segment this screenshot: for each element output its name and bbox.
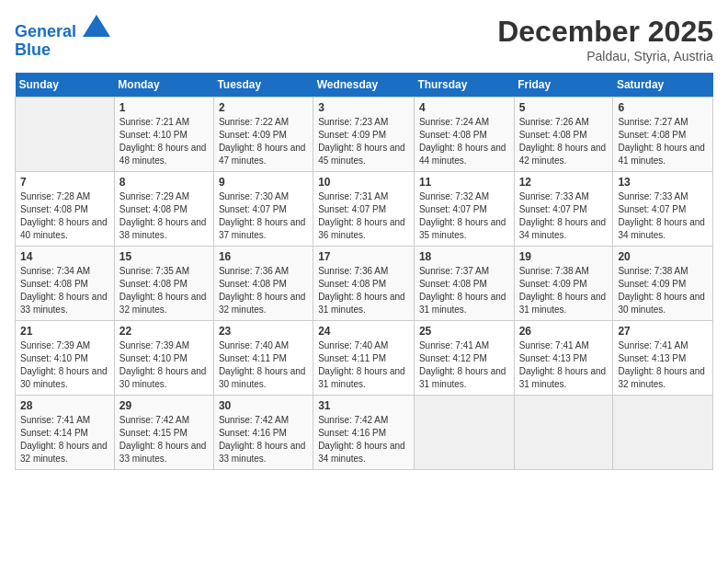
day-info: Sunrise: 7:26 AM Sunset: 4:08 PM Dayligh… bbox=[519, 116, 609, 167]
calendar-cell: 21 Sunrise: 7:39 AM Sunset: 4:10 PM Dayl… bbox=[16, 321, 115, 396]
day-info: Sunrise: 7:38 AM Sunset: 4:09 PM Dayligh… bbox=[519, 265, 609, 316]
day-info: Sunrise: 7:36 AM Sunset: 4:08 PM Dayligh… bbox=[219, 265, 308, 316]
day-info: Sunrise: 7:41 AM Sunset: 4:13 PM Dayligh… bbox=[519, 339, 609, 391]
day-info: Sunrise: 7:23 AM Sunset: 4:09 PM Dayligh… bbox=[318, 116, 409, 167]
day-info: Sunrise: 7:28 AM Sunset: 4:08 PM Dayligh… bbox=[20, 190, 109, 242]
day-number: 12 bbox=[519, 176, 609, 189]
day-info: Sunrise: 7:35 AM Sunset: 4:08 PM Dayligh… bbox=[119, 265, 209, 316]
day-number: 27 bbox=[618, 325, 708, 338]
day-info: Sunrise: 7:41 AM Sunset: 4:13 PM Dayligh… bbox=[618, 339, 708, 391]
week-row-2: 7 Sunrise: 7:28 AM Sunset: 4:08 PM Dayli… bbox=[16, 172, 713, 247]
week-row-3: 14 Sunrise: 7:34 AM Sunset: 4:08 PM Dayl… bbox=[16, 247, 713, 321]
calendar-cell: 5 Sunrise: 7:26 AM Sunset: 4:08 PM Dayli… bbox=[514, 98, 613, 172]
day-header-saturday: Saturday bbox=[613, 73, 713, 98]
day-info: Sunrise: 7:29 AM Sunset: 4:08 PM Dayligh… bbox=[119, 190, 209, 242]
day-header-tuesday: Tuesday bbox=[213, 73, 313, 98]
calendar-cell: 26 Sunrise: 7:41 AM Sunset: 4:13 PM Dayl… bbox=[514, 321, 613, 396]
week-row-5: 28 Sunrise: 7:41 AM Sunset: 4:14 PM Dayl… bbox=[16, 396, 713, 470]
logo-icon bbox=[83, 15, 110, 37]
calendar-cell: 17 Sunrise: 7:36 AM Sunset: 4:08 PM Dayl… bbox=[313, 247, 415, 321]
calendar-cell: 2 Sunrise: 7:22 AM Sunset: 4:09 PM Dayli… bbox=[213, 98, 313, 172]
calendar-cell: 23 Sunrise: 7:40 AM Sunset: 4:11 PM Dayl… bbox=[213, 321, 313, 396]
page-header: General Blue December 2025 Paldau, Styri… bbox=[15, 15, 713, 63]
calendar-cell: 25 Sunrise: 7:41 AM Sunset: 4:12 PM Dayl… bbox=[414, 321, 514, 396]
day-info: Sunrise: 7:36 AM Sunset: 4:08 PM Dayligh… bbox=[318, 265, 409, 316]
calendar-cell: 31 Sunrise: 7:42 AM Sunset: 4:16 PM Dayl… bbox=[313, 396, 415, 470]
calendar-cell: 19 Sunrise: 7:38 AM Sunset: 4:09 PM Dayl… bbox=[514, 247, 613, 321]
day-info: Sunrise: 7:21 AM Sunset: 4:10 PM Dayligh… bbox=[119, 116, 209, 167]
day-number: 3 bbox=[318, 101, 409, 114]
day-number: 14 bbox=[20, 250, 109, 263]
day-info: Sunrise: 7:40 AM Sunset: 4:11 PM Dayligh… bbox=[318, 339, 409, 391]
calendar-cell: 15 Sunrise: 7:35 AM Sunset: 4:08 PM Dayl… bbox=[114, 247, 213, 321]
day-info: Sunrise: 7:22 AM Sunset: 4:09 PM Dayligh… bbox=[219, 116, 308, 167]
day-number: 6 bbox=[618, 101, 708, 114]
calendar-cell: 28 Sunrise: 7:41 AM Sunset: 4:14 PM Dayl… bbox=[16, 396, 115, 470]
calendar-cell: 8 Sunrise: 7:29 AM Sunset: 4:08 PM Dayli… bbox=[114, 172, 213, 247]
calendar-cell bbox=[16, 98, 115, 172]
calendar-cell: 27 Sunrise: 7:41 AM Sunset: 4:13 PM Dayl… bbox=[613, 321, 713, 396]
header-row: SundayMondayTuesdayWednesdayThursdayFrid… bbox=[16, 73, 713, 98]
logo-text: General Blue bbox=[15, 15, 110, 60]
day-number: 19 bbox=[519, 250, 609, 263]
day-info: Sunrise: 7:41 AM Sunset: 4:12 PM Dayligh… bbox=[419, 339, 509, 391]
day-number: 30 bbox=[219, 399, 308, 412]
calendar-cell: 24 Sunrise: 7:40 AM Sunset: 4:11 PM Dayl… bbox=[313, 321, 415, 396]
day-info: Sunrise: 7:39 AM Sunset: 4:10 PM Dayligh… bbox=[20, 339, 109, 391]
day-number: 15 bbox=[119, 250, 209, 263]
location-subtitle: Paldau, Styria, Austria bbox=[497, 49, 713, 63]
calendar-cell: 30 Sunrise: 7:42 AM Sunset: 4:16 PM Dayl… bbox=[213, 396, 313, 470]
calendar-table: SundayMondayTuesdayWednesdayThursdayFrid… bbox=[15, 73, 713, 470]
calendar-cell: 10 Sunrise: 7:31 AM Sunset: 4:07 PM Dayl… bbox=[313, 172, 415, 247]
day-number: 31 bbox=[318, 399, 409, 412]
day-info: Sunrise: 7:30 AM Sunset: 4:07 PM Dayligh… bbox=[219, 190, 308, 242]
calendar-cell bbox=[613, 396, 713, 470]
calendar-cell: 12 Sunrise: 7:33 AM Sunset: 4:07 PM Dayl… bbox=[514, 172, 613, 247]
calendar-cell: 22 Sunrise: 7:39 AM Sunset: 4:10 PM Dayl… bbox=[114, 321, 213, 396]
calendar-cell: 6 Sunrise: 7:27 AM Sunset: 4:08 PM Dayli… bbox=[613, 98, 713, 172]
day-info: Sunrise: 7:31 AM Sunset: 4:07 PM Dayligh… bbox=[318, 190, 409, 242]
logo: General Blue bbox=[15, 15, 110, 60]
day-info: Sunrise: 7:34 AM Sunset: 4:08 PM Dayligh… bbox=[20, 265, 109, 316]
day-number: 18 bbox=[419, 250, 509, 263]
day-info: Sunrise: 7:38 AM Sunset: 4:09 PM Dayligh… bbox=[618, 265, 708, 316]
calendar-cell: 16 Sunrise: 7:36 AM Sunset: 4:08 PM Dayl… bbox=[213, 247, 313, 321]
day-header-monday: Monday bbox=[114, 73, 213, 98]
week-row-4: 21 Sunrise: 7:39 AM Sunset: 4:10 PM Dayl… bbox=[16, 321, 713, 396]
calendar-cell: 18 Sunrise: 7:37 AM Sunset: 4:08 PM Dayl… bbox=[414, 247, 514, 321]
day-number: 16 bbox=[219, 250, 308, 263]
calendar-cell bbox=[414, 396, 514, 470]
day-number: 9 bbox=[219, 176, 308, 189]
calendar-cell: 4 Sunrise: 7:24 AM Sunset: 4:08 PM Dayli… bbox=[414, 98, 514, 172]
day-number: 8 bbox=[119, 176, 209, 189]
day-header-wednesday: Wednesday bbox=[313, 73, 415, 98]
day-header-thursday: Thursday bbox=[414, 73, 514, 98]
calendar-cell: 14 Sunrise: 7:34 AM Sunset: 4:08 PM Dayl… bbox=[16, 247, 115, 321]
svg-marker-0 bbox=[83, 15, 110, 37]
day-info: Sunrise: 7:42 AM Sunset: 4:16 PM Dayligh… bbox=[318, 414, 409, 465]
day-info: Sunrise: 7:33 AM Sunset: 4:07 PM Dayligh… bbox=[618, 190, 708, 242]
title-block: December 2025 Paldau, Styria, Austria bbox=[497, 15, 713, 63]
day-number: 28 bbox=[20, 399, 109, 412]
day-number: 1 bbox=[119, 101, 209, 114]
day-number: 17 bbox=[318, 250, 409, 263]
day-number: 4 bbox=[419, 101, 509, 114]
day-info: Sunrise: 7:24 AM Sunset: 4:08 PM Dayligh… bbox=[419, 116, 509, 167]
calendar-cell: 9 Sunrise: 7:30 AM Sunset: 4:07 PM Dayli… bbox=[213, 172, 313, 247]
calendar-cell: 13 Sunrise: 7:33 AM Sunset: 4:07 PM Dayl… bbox=[613, 172, 713, 247]
calendar-cell bbox=[514, 396, 613, 470]
day-info: Sunrise: 7:40 AM Sunset: 4:11 PM Dayligh… bbox=[219, 339, 308, 391]
calendar-cell: 1 Sunrise: 7:21 AM Sunset: 4:10 PM Dayli… bbox=[114, 98, 213, 172]
day-number: 25 bbox=[419, 325, 509, 338]
day-info: Sunrise: 7:27 AM Sunset: 4:08 PM Dayligh… bbox=[618, 116, 708, 167]
day-number: 2 bbox=[219, 101, 308, 114]
week-row-1: 1 Sunrise: 7:21 AM Sunset: 4:10 PM Dayli… bbox=[16, 98, 713, 172]
calendar-cell: 29 Sunrise: 7:42 AM Sunset: 4:15 PM Dayl… bbox=[114, 396, 213, 470]
day-info: Sunrise: 7:42 AM Sunset: 4:15 PM Dayligh… bbox=[119, 414, 209, 465]
day-number: 10 bbox=[318, 176, 409, 189]
day-number: 22 bbox=[119, 325, 209, 338]
day-number: 21 bbox=[20, 325, 109, 338]
day-number: 23 bbox=[219, 325, 308, 338]
calendar-cell: 20 Sunrise: 7:38 AM Sunset: 4:09 PM Dayl… bbox=[613, 247, 713, 321]
day-number: 29 bbox=[119, 399, 209, 412]
